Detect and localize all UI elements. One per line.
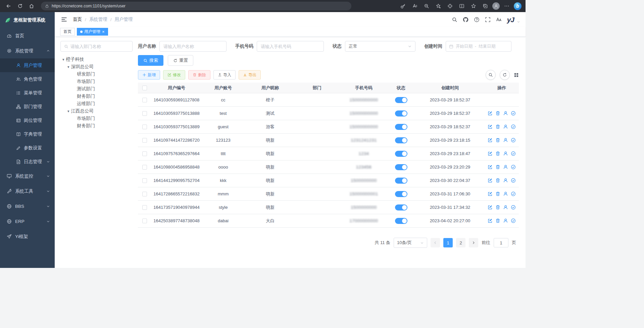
browser-menu-icon[interactable] <box>502 2 511 11</box>
read-aloud-icon[interactable] <box>410 2 419 11</box>
row-check-circle-icon[interactable] <box>511 165 516 170</box>
import-button[interactable]: 导入 <box>213 70 236 80</box>
tree-node-leaf[interactable]: 测试部门 <box>60 85 133 93</box>
row-check-circle-icon[interactable] <box>511 138 516 143</box>
row-checkbox[interactable] <box>142 219 147 223</box>
sidebar-subitem[interactable]: 用户管理 <box>0 58 55 72</box>
username-input[interactable] <box>159 41 227 52</box>
menu-fold-icon[interactable] <box>61 16 67 23</box>
password-key-icon[interactable] <box>398 2 408 11</box>
page-number-1[interactable]: 1 <box>443 238 453 247</box>
row-edit-icon[interactable] <box>488 111 493 116</box>
tree-node-leaf[interactable]: 市场部门 <box>60 115 133 122</box>
row-delete-icon[interactable] <box>495 138 500 143</box>
back-button[interactable] <box>4 2 13 11</box>
edit-button[interactable]: 修改 <box>163 70 185 80</box>
row-checkbox[interactable] <box>142 151 147 156</box>
sidebar-subitem[interactable]: 角色管理 <box>0 72 55 86</box>
tree-node-leaf[interactable]: 市场部门 <box>60 78 133 85</box>
row-delete-icon[interactable] <box>495 191 500 196</box>
goto-page-input[interactable] <box>494 238 508 247</box>
row-edit-icon[interactable] <box>488 165 493 170</box>
add-favorite-icon[interactable] <box>434 2 443 11</box>
status-toggle[interactable] <box>395 178 407 184</box>
sidebar-item[interactable]: 系统监控 <box>0 169 55 184</box>
tree-node-leaf[interactable]: 研发部门 <box>60 71 133 78</box>
status-toggle[interactable] <box>395 124 407 130</box>
row-user-icon[interactable] <box>503 111 508 116</box>
row-delete-icon[interactable] <box>495 165 500 170</box>
fullscreen-icon[interactable] <box>485 17 491 22</box>
row-delete-icon[interactable] <box>495 124 500 129</box>
row-checkbox[interactable] <box>142 111 147 116</box>
sidebar-item[interactable]: BBS <box>0 199 55 214</box>
breadcrumb-section[interactable]: 系统管理 <box>89 16 107 22</box>
row-checkbox[interactable] <box>142 138 147 143</box>
reset-button[interactable]: 重置 <box>168 55 193 66</box>
add-button[interactable]: 新增 <box>138 70 160 80</box>
row-user-icon[interactable] <box>503 191 508 196</box>
next-page-button[interactable] <box>469 238 478 247</box>
browser-profile-avatar[interactable] <box>492 2 500 10</box>
row-delete-icon[interactable] <box>495 111 500 116</box>
row-user-icon[interactable] <box>503 138 508 143</box>
sidebar-item[interactable]: ERP <box>0 214 55 229</box>
tree-node-root[interactable]: ▾ 橙子科技 <box>60 56 133 63</box>
row-user-icon[interactable] <box>503 205 508 210</box>
row-edit-icon[interactable] <box>488 191 493 196</box>
department-search-input[interactable] <box>70 44 129 49</box>
row-user-icon[interactable] <box>503 178 508 183</box>
row-check-circle-icon[interactable] <box>511 191 516 196</box>
toolbar-refresh-button[interactable] <box>500 70 510 80</box>
status-toggle[interactable] <box>395 164 407 170</box>
toolbar-search-button[interactable] <box>486 70 496 80</box>
sidebar-item-system[interactable]: 系统管理 <box>0 43 55 58</box>
row-delete-icon[interactable] <box>495 205 500 210</box>
row-checkbox[interactable] <box>142 165 147 170</box>
tree-node-branch[interactable]: ▾ 江西总公司 <box>60 107 133 115</box>
sidebar-subitem[interactable]: 菜单管理 <box>0 86 55 100</box>
row-edit-icon[interactable] <box>488 178 493 183</box>
row-user-icon[interactable] <box>503 124 508 129</box>
status-toggle[interactable] <box>395 218 407 224</box>
phone-input[interactable] <box>257 41 324 52</box>
row-checkbox[interactable] <box>142 205 147 210</box>
row-edit-icon[interactable] <box>488 205 493 210</box>
github-icon[interactable] <box>463 17 468 22</box>
avatar-caret-icon[interactable] <box>517 20 520 24</box>
caret-down-icon[interactable]: ▾ <box>67 109 69 113</box>
help-icon[interactable] <box>474 17 480 22</box>
row-user-icon[interactable] <box>503 218 508 223</box>
sidebar-item-home[interactable]: 首页 <box>0 28 55 43</box>
user-avatar[interactable]: yJ <box>507 16 514 23</box>
select-all-checkbox[interactable] <box>142 86 147 90</box>
page-size-select[interactable]: 10条/页 <box>394 238 427 248</box>
sidebar-item[interactable]: 系统工具 <box>0 184 55 199</box>
favorites-icon[interactable] <box>469 2 478 11</box>
row-check-circle-icon[interactable] <box>511 218 516 223</box>
date-range-picker[interactable]: 开始日期 - 结束日期 <box>446 41 511 52</box>
tab-user-management[interactable]: 用户管理 × <box>77 28 108 36</box>
tree-node-leaf[interactable]: 财务部门 <box>60 122 133 130</box>
page-number-2[interactable]: 2 <box>456 238 465 247</box>
column-settings-button[interactable] <box>514 73 519 78</box>
sidebar-subitem[interactable]: 岗位管理 <box>0 113 55 127</box>
sidebar-subitem[interactable]: 日志管理 <box>0 155 55 169</box>
tree-node-branch[interactable]: ▾ 深圳总公司 <box>60 63 133 71</box>
header-search-icon[interactable] <box>452 17 457 22</box>
row-check-circle-icon[interactable] <box>511 205 516 210</box>
row-delete-icon[interactable] <box>495 218 500 223</box>
row-check-circle-icon[interactable] <box>511 124 516 129</box>
status-toggle[interactable] <box>395 191 407 197</box>
row-check-circle-icon[interactable] <box>511 111 516 116</box>
breadcrumb-home[interactable]: 首页 <box>73 16 82 22</box>
status-toggle[interactable] <box>395 137 407 143</box>
row-checkbox[interactable] <box>142 178 147 183</box>
tree-node-leaf[interactable]: 运维部门 <box>60 100 133 107</box>
home-button[interactable] <box>27 2 36 11</box>
zoom-icon[interactable] <box>422 2 431 11</box>
export-button[interactable]: 导出 <box>239 70 261 80</box>
font-size-icon[interactable] <box>496 17 502 22</box>
copilot-icon[interactable]: b <box>514 2 522 10</box>
row-edit-icon[interactable] <box>488 151 493 156</box>
